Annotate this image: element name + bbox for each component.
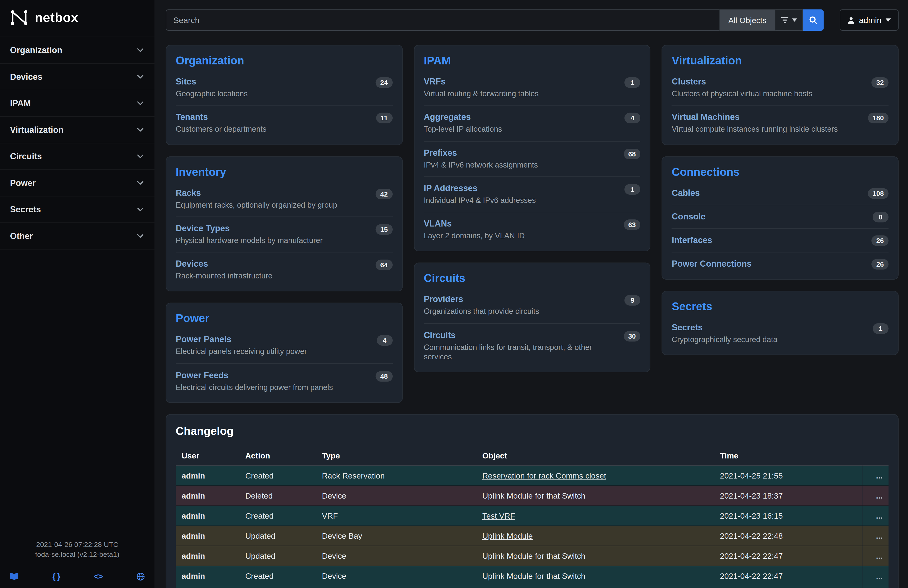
item-text: Console [672, 211, 705, 222]
sidebar-item-label: IPAM [10, 98, 31, 108]
dashboard-item-clusters: ClustersClusters of physical virtual mac… [672, 70, 889, 106]
chevron-down-icon [136, 205, 145, 214]
sidebar-item-secrets[interactable]: Secrets [0, 197, 155, 223]
community-globe-icon[interactable] [136, 572, 145, 581]
changelog-row: adminCreatedDeviceUplink Module for that… [176, 566, 889, 586]
item-link-providers[interactable]: Providers [424, 295, 463, 304]
item-link-power-panels[interactable]: Power Panels [176, 335, 231, 344]
count-badge: 0 [873, 211, 889, 222]
row-actions-ellipsis[interactable]: ... [863, 586, 889, 588]
item-text: ClustersClusters of physical virtual mac… [672, 76, 812, 99]
item-description: Geographic locations [176, 89, 248, 99]
item-link-sites[interactable]: Sites [176, 77, 196, 86]
dashboard-column: VirtualizationClustersClusters of physic… [662, 45, 898, 403]
chevron-down-icon [136, 232, 145, 240]
item-link-cables[interactable]: Cables [672, 188, 700, 197]
row-actions-ellipsis[interactable]: ... [863, 566, 889, 586]
filter-dropdown-button[interactable] [775, 10, 803, 31]
dashboard-grid: OrganizationSitesGeographic locations24T… [166, 45, 899, 403]
item-link-racks[interactable]: Racks [176, 188, 201, 197]
item-text: CircuitsCommunication links for transit,… [424, 329, 618, 361]
card-title-connections[interactable]: Connections [672, 165, 889, 178]
count-badge: 9 [625, 295, 641, 306]
card-circuits: CircuitsProvidersOrganizations that prov… [414, 263, 650, 372]
card-title-circuits[interactable]: Circuits [424, 272, 641, 285]
card-title-power[interactable]: Power [176, 312, 393, 325]
column-header-action: Action [239, 446, 316, 466]
sidebar-item-circuits[interactable]: Circuits [0, 143, 155, 170]
sidebar-spacer [0, 250, 155, 540]
sidebar-item-ipam[interactable]: IPAM [0, 90, 155, 117]
object-link[interactable]: Test VRF [482, 511, 515, 520]
cell-user: admin [176, 546, 239, 566]
sidebar-item-organization[interactable]: Organization [0, 37, 155, 64]
sidebar-item-label: Power [10, 178, 36, 188]
item-link-vlans[interactable]: VLANs [424, 219, 452, 229]
item-description: IPv4 & IPv6 network assignments [424, 160, 538, 170]
card-title-secrets[interactable]: Secrets [672, 300, 889, 313]
sidebar-item-label: Circuits [10, 152, 42, 161]
count-badge: 1 [873, 323, 889, 333]
item-link-ip-addresses[interactable]: IP Addresses [424, 183, 478, 193]
count-badge: 15 [375, 224, 393, 235]
item-link-power-feeds[interactable]: Power Feeds [176, 370, 229, 380]
item-link-prefixes[interactable]: Prefixes [424, 148, 457, 157]
item-text: TenantsCustomers or departments [176, 111, 267, 134]
item-link-aggregates[interactable]: Aggregates [424, 112, 471, 122]
item-text: Device TypesPhysical hardware models by … [176, 223, 323, 245]
card-title-ipam[interactable]: IPAM [424, 54, 641, 67]
dashboard-item-virtual-machines: Virtual MachinesVirtual compute instance… [672, 106, 889, 141]
object-link[interactable]: Uplink Module [482, 532, 533, 540]
search-scope-button[interactable]: All Objects [720, 10, 775, 31]
cell-type: Device Bay [316, 526, 477, 546]
sidebar-item-label: Secrets [10, 205, 41, 214]
cell-object: Reservation for rack Comms closet [477, 466, 714, 486]
item-link-vrfs[interactable]: VRFs [424, 77, 446, 86]
row-actions-ellipsis[interactable]: ... [863, 526, 889, 546]
sidebar-item-other[interactable]: Other [0, 223, 155, 250]
card-title-organization[interactable]: Organization [176, 54, 393, 67]
changelog-row: adminCreatedDevice BayUplink Module2021-… [176, 586, 889, 588]
item-link-console[interactable]: Console [672, 211, 705, 221]
code-icon[interactable]: <> [93, 572, 103, 581]
item-link-secrets[interactable]: Secrets [672, 322, 703, 332]
sidebar-item-virtualization[interactable]: Virtualization [0, 117, 155, 143]
cell-user: admin [176, 466, 239, 486]
cell-user: admin [176, 586, 239, 588]
item-link-device-types[interactable]: Device Types [176, 224, 230, 233]
search-input[interactable] [166, 10, 720, 31]
cell-user: admin [176, 526, 239, 546]
search-submit-button[interactable] [803, 10, 824, 31]
item-link-virtual-machines[interactable]: Virtual Machines [672, 112, 739, 122]
row-actions-ellipsis[interactable]: ... [863, 486, 889, 506]
user-menu-button[interactable]: admin [840, 10, 898, 31]
changelog-row: adminUpdatedDevice BayUplink Module2021-… [176, 526, 889, 546]
item-link-interfaces[interactable]: Interfaces [672, 235, 712, 245]
item-description: Layer 2 domains, by VLAN ID [424, 231, 525, 241]
item-link-clusters[interactable]: Clusters [672, 77, 706, 86]
object-link[interactable]: Reservation for rack Comms closet [482, 471, 606, 480]
count-badge: 42 [375, 188, 393, 199]
item-link-power-connections[interactable]: Power Connections [672, 259, 752, 268]
row-actions-ellipsis[interactable]: ... [863, 506, 889, 526]
card-title-inventory[interactable]: Inventory [176, 165, 393, 178]
dashboard-item-interfaces: Interfaces26 [672, 229, 889, 252]
column-header-type: Type [316, 446, 477, 466]
sidebar-item-devices[interactable]: Devices [0, 64, 155, 90]
item-link-tenants[interactable]: Tenants [176, 112, 208, 122]
item-description: Organizations that provide circuits [424, 307, 539, 317]
chevron-down-icon [136, 99, 145, 107]
card-title-virtualization[interactable]: Virtualization [672, 54, 889, 67]
row-actions-ellipsis[interactable]: ... [863, 466, 889, 486]
item-link-circuits[interactable]: Circuits [424, 330, 456, 340]
row-actions-ellipsis[interactable]: ... [863, 546, 889, 566]
item-description: Virtual compute instances running inside… [672, 125, 838, 134]
item-description: Electrical panels receiving utility powe… [176, 347, 307, 357]
docs-book-icon[interactable] [10, 572, 19, 580]
sidebar-item-power[interactable]: Power [0, 170, 155, 197]
rest-api-braces-icon[interactable]: { } [52, 572, 60, 581]
netbox-brand[interactable]: netbox [0, 0, 155, 37]
cell-time: 2021-04-22 22:47 [714, 566, 863, 586]
item-link-devices[interactable]: Devices [176, 259, 208, 269]
item-text: VRFsVirtual routing & forwarding tables [424, 76, 539, 99]
